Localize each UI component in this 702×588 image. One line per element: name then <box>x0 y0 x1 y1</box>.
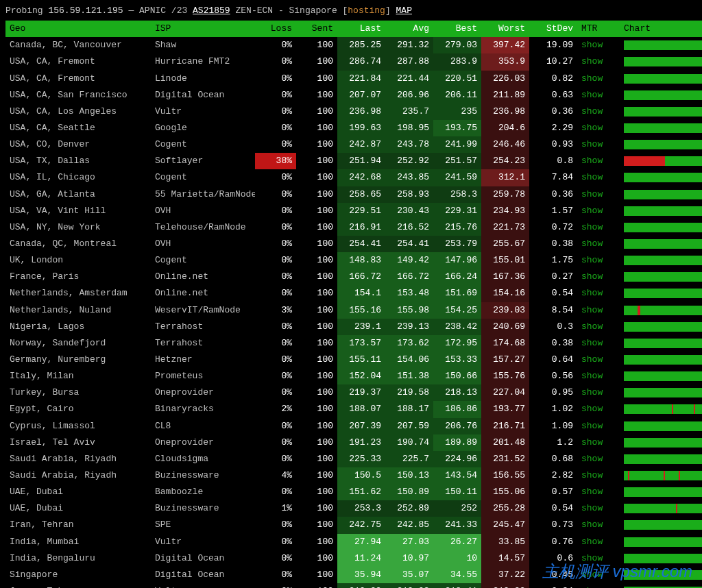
mtr-show-link[interactable]: show <box>577 87 620 103</box>
cell-last: 27.94 <box>337 534 385 550</box>
mtr-show-link[interactable]: show <box>577 136 620 153</box>
col-avg[interactable]: Avg <box>385 21 433 37</box>
cell-last: 254.41 <box>337 236 385 252</box>
cell-stdev: 0.36 <box>529 103 577 120</box>
cell-worst: 33.85 <box>481 534 529 550</box>
mtr-show-link[interactable]: show <box>577 335 620 352</box>
col-geo[interactable]: Geo <box>5 21 151 37</box>
mtr-show-link[interactable]: show <box>577 467 620 484</box>
mtr-show-link[interactable]: show <box>577 269 620 285</box>
mtr-show-link[interactable]: show <box>577 567 620 583</box>
mtr-show-link[interactable]: show <box>577 368 620 384</box>
table-row: USA, GA, Atlanta55 Marietta/RamNode0%100… <box>5 186 702 203</box>
mtr-show-link[interactable]: show <box>577 352 620 368</box>
cell-best: 224.96 <box>433 451 481 467</box>
cell-isp: CL8 <box>151 418 255 434</box>
mtr-show-link[interactable]: show <box>577 418 620 434</box>
cell-worst: 174.68 <box>481 335 529 352</box>
mtr-show-link[interactable]: show <box>577 103 620 120</box>
cell-sent: 100 <box>296 302 337 319</box>
cell-worst: 226.03 <box>481 71 529 87</box>
cell-best: 26.27 <box>433 534 481 550</box>
cell-avg: 219.03 <box>385 583 433 588</box>
cell-avg: 216.52 <box>385 219 433 236</box>
col-best[interactable]: Best <box>433 21 481 37</box>
mtr-show-link[interactable]: show <box>577 186 620 203</box>
col-last[interactable]: Last <box>337 21 385 37</box>
cell-best: 189.89 <box>433 434 481 451</box>
mtr-show-link[interactable]: show <box>577 37 620 53</box>
cell-isp: Online.net <box>151 285 255 302</box>
mtr-show-link[interactable]: show <box>577 583 620 588</box>
cell-avg: 151.38 <box>385 368 433 384</box>
cell-avg: 27.03 <box>385 534 433 550</box>
latency-bar <box>624 289 702 298</box>
cell-loss: 0% <box>255 252 296 269</box>
cell-loss: 0% <box>255 368 296 384</box>
cell-last: 216.91 <box>337 219 385 236</box>
mtr-show-link[interactable]: show <box>577 319 620 335</box>
latency-bar <box>624 339 702 348</box>
cell-stdev: 0.56 <box>529 368 577 384</box>
mtr-show-link[interactable]: show <box>577 285 620 302</box>
cell-stdev: 0.95 <box>529 384 577 401</box>
cell-last: 191.23 <box>337 434 385 451</box>
mtr-show-link[interactable]: show <box>577 203 620 219</box>
col-mtr[interactable]: MTR <box>577 21 620 37</box>
col-isp[interactable]: ISP <box>151 21 255 37</box>
mtr-show-link[interactable]: show <box>577 169 620 186</box>
col-sent[interactable]: Sent <box>296 21 337 37</box>
cell-chart <box>620 120 702 136</box>
cell-geo: Japan, Tokyo <box>5 583 151 588</box>
mtr-show-link[interactable]: show <box>577 236 620 252</box>
cell-chart <box>620 368 702 384</box>
mtr-show-link[interactable]: show <box>577 153 620 169</box>
latency-bar <box>624 223 702 232</box>
table-row: Cyprus, LimassolCL80%100207.39207.59206.… <box>5 418 702 434</box>
mtr-show-link[interactable]: show <box>577 550 620 567</box>
cell-last: 236.98 <box>337 103 385 120</box>
cell-avg: 242.85 <box>385 517 433 533</box>
latency-bar <box>624 404 702 414</box>
cell-worst: 211.89 <box>481 87 529 103</box>
table-row: Japan, TokyoVultr0%100219.29219.03218.41… <box>5 583 702 588</box>
cell-loss: 0% <box>255 534 296 550</box>
cell-last: 154.1 <box>337 285 385 302</box>
cell-geo: France, Paris <box>5 269 151 285</box>
asn-link[interactable]: AS21859 <box>193 5 230 16</box>
cell-sent: 100 <box>296 103 337 120</box>
table-row: Canada, BC, VancouverShaw0%100285.25291.… <box>5 37 702 53</box>
cell-chart <box>620 103 702 120</box>
cell-worst: 236.98 <box>481 103 529 120</box>
mtr-show-link[interactable]: show <box>577 434 620 451</box>
mtr-show-link[interactable]: show <box>577 120 620 136</box>
mtr-show-link[interactable]: show <box>577 401 620 417</box>
mtr-show-link[interactable]: show <box>577 451 620 467</box>
mtr-show-link[interactable]: show <box>577 302 620 319</box>
mtr-show-link[interactable]: show <box>577 252 620 269</box>
cell-chart <box>620 352 702 368</box>
mtr-show-link[interactable]: show <box>577 53 620 70</box>
cell-loss: 0% <box>255 567 296 583</box>
col-loss[interactable]: Loss <box>255 21 296 37</box>
mtr-show-link[interactable]: show <box>577 71 620 87</box>
mtr-show-link[interactable]: show <box>577 484 620 500</box>
cell-loss: 0% <box>255 269 296 285</box>
latency-bar <box>624 504 702 513</box>
col-worst[interactable]: Worst <box>481 21 529 37</box>
cell-best: 258.3 <box>433 186 481 203</box>
mtr-show-link[interactable]: show <box>577 384 620 401</box>
cell-loss: 0% <box>255 219 296 236</box>
mtr-show-link[interactable]: show <box>577 534 620 550</box>
col-chart[interactable]: Chart <box>620 21 702 37</box>
col-stdev[interactable]: StDev <box>529 21 577 37</box>
mtr-show-link[interactable]: show <box>577 517 620 533</box>
cell-stdev: 0.76 <box>529 534 577 550</box>
latency-bar <box>624 421 702 431</box>
cell-worst: 246.46 <box>481 136 529 153</box>
cell-worst: 221.73 <box>481 219 529 236</box>
map-link[interactable]: MAP <box>396 5 412 16</box>
mtr-show-link[interactable]: show <box>577 500 620 517</box>
mtr-show-link[interactable]: show <box>577 219 620 236</box>
cell-stdev: 2.29 <box>529 120 577 136</box>
